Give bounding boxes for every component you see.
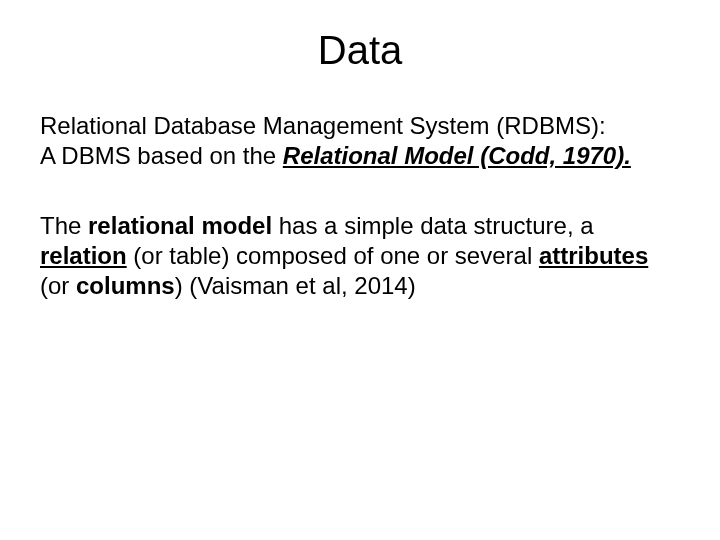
text-relational-model-codd: Relational Model (Codd, 1970).: [283, 142, 631, 169]
paragraph-relational-model: The relational model has a simple data s…: [40, 211, 680, 301]
text-dbms-intro: A DBMS based on the: [40, 142, 283, 169]
text-p2-7: (or: [40, 272, 76, 299]
text-rdbms-heading: Relational Database Management System (R…: [40, 112, 606, 139]
text-p2-1: The: [40, 212, 88, 239]
text-columns: columns: [76, 272, 175, 299]
text-attributes: attributes: [539, 242, 648, 269]
slide-title: Data: [40, 28, 680, 73]
text-p2-5: (or table) composed of one or several: [127, 242, 539, 269]
text-relation: relation: [40, 242, 127, 269]
paragraph-rdbms: Relational Database Management System (R…: [40, 111, 680, 171]
text-p2-3: has a simple data structure, a: [272, 212, 594, 239]
text-p2-9: ) (Vaisman et al, 2014): [175, 272, 416, 299]
text-relational-model: relational model: [88, 212, 272, 239]
